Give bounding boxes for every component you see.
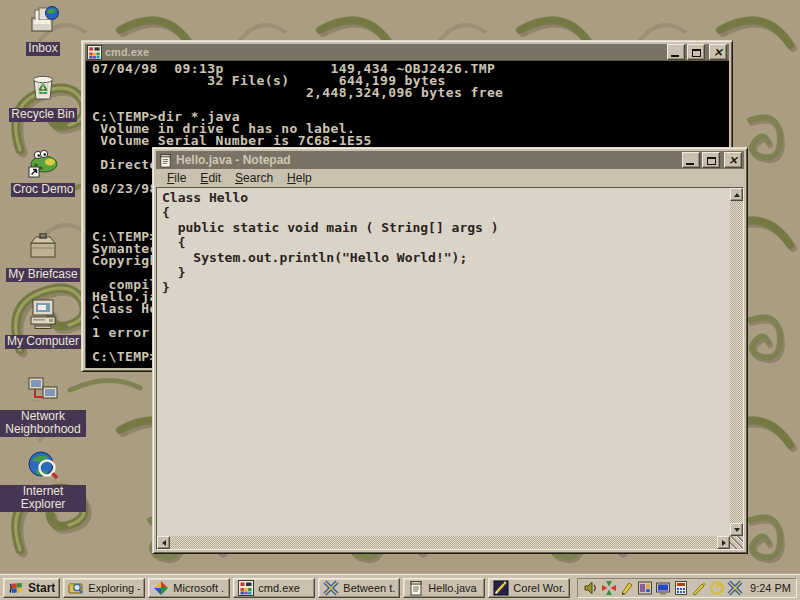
minimize-icon [686,163,694,165]
internet-explorer-icon [0,449,86,483]
notepad-client-area: Class Hello{ public static void main ( S… [156,187,744,550]
close-icon: × [710,46,726,59]
taskbar-button-label: Between t... [343,582,395,594]
arrow-right-icon [722,540,726,546]
croc-demo-icon [0,145,86,179]
msdos-icon [87,45,102,60]
scroll-right-button[interactable] [717,536,730,549]
windows-flag-icon [8,580,24,596]
editor-line: } [162,265,730,280]
editor-line: { [162,205,730,220]
x-blue-yellow-icon [323,580,339,596]
editor-line: public static void main ( String[] args … [162,220,730,235]
resize-grip[interactable] [730,536,743,549]
system-tray: 9:24 PM [577,578,797,598]
maximize-icon [707,157,716,165]
scroll-left-button[interactable] [157,536,170,549]
menu-file[interactable]: File [160,170,193,186]
cmd-maximize-button[interactable] [687,44,705,60]
keyboard-layout-icon[interactable] [637,580,653,596]
scroll-up-button[interactable] [730,188,743,201]
maximize-icon [692,49,701,57]
scroll-down-button[interactable] [730,523,743,536]
terminal-line: Volume Serial Number is 7C68-1E55 [92,135,729,147]
terminal-line: 2,448,324,096 bytes free [92,87,729,99]
start-button[interactable]: Start [3,578,60,598]
notepad-window-controls: × [682,152,742,168]
taskbar-button-hello-java[interactable]: Hello.java ... [403,578,485,598]
corel-icon [493,580,509,596]
taskbar-button-between-t[interactable]: Between t... [318,578,400,598]
tray-icon-strip [583,580,743,596]
notepad-close-button[interactable]: × [724,152,742,168]
notepad-icon [158,153,173,168]
editor-line: Class Hello [162,190,730,205]
desktop-icon-recycle-bin[interactable]: Recycle Bin [0,70,86,122]
editor-line: { [162,235,730,250]
desktop-icon-label: Recycle Bin [9,108,76,122]
calculator-icon[interactable] [673,580,689,596]
desktop-icon-croc-demo[interactable]: Croc Demo [0,145,86,197]
menu-search[interactable]: Search [228,170,280,186]
notepad-menubar: FileEditSearchHelp [156,169,744,187]
x-blue-yellow-icon[interactable] [727,580,743,596]
horizontal-scrollbar[interactable] [157,536,730,549]
recycle-bin-icon [0,70,86,104]
taskbar-button-label: Microsoft ... [173,582,225,594]
desktop-icon-label: My Briefcase [6,268,79,282]
close-icon: × [725,154,741,167]
desktop-icon-my-briefcase[interactable]: My Briefcase [0,230,86,282]
taskbar-button-cmd-exe[interactable]: cmd.exe [233,578,315,598]
display-settings-icon[interactable] [655,580,671,596]
taskbar-button-exploring[interactable]: Exploring -... [63,578,145,598]
menu-help[interactable]: Help [280,170,319,186]
clock[interactable]: 9:24 PM [750,582,791,594]
notepad-edit-area[interactable]: Class Hello{ public static void main ( S… [157,188,730,536]
inbox-icon [0,4,86,38]
desktop-icon-label: Croc Demo [11,183,76,197]
my-computer-icon [0,297,86,331]
cmd-titlebar[interactable]: cmd.exe × [85,44,729,60]
desktop-icon-my-computer[interactable]: My Computer [0,297,86,349]
taskbar-button-label: Hello.java ... [428,582,480,594]
cmd-close-button[interactable]: × [709,44,727,60]
desktop-icon-label: Network Neighborhood [0,410,86,437]
start-label: Start [28,581,55,595]
pencil-icon[interactable] [619,580,635,596]
menu-edit[interactable]: Edit [193,170,228,186]
editor-line: } [162,280,730,295]
desktop: InboxRecycle BinCroc DemoMy BriefcaseMy … [0,0,800,600]
desktop-icon-label: My Computer [5,335,81,349]
notepad-window: Hello.java - Notepad × FileEditSearchHel… [152,147,748,554]
notepad-icon [408,580,424,596]
desktop-icon-inbox[interactable]: Inbox [0,4,86,56]
cmd-minimize-button[interactable] [667,44,685,60]
pen-icon[interactable] [691,580,707,596]
desktop-icon-network-neighborhood[interactable]: Network Neighborhood [0,374,86,437]
task-button-strip: Exploring -...Microsoft ...cmd.exeBetwee… [63,578,570,598]
desktop-icon-label: Inbox [26,42,59,56]
notepad-titlebar[interactable]: Hello.java - Notepad × [156,151,744,169]
arrow-up-icon [734,193,740,197]
vertical-scrollbar[interactable] [730,188,743,536]
notepad-maximize-button[interactable] [702,152,720,168]
arrow-left-icon [162,540,166,546]
msdos-icon [238,580,254,596]
editor-line: System.out.println("Hello World!"); [162,250,730,265]
taskbar-button-microsoft[interactable]: Microsoft ... [148,578,230,598]
volume-icon[interactable] [583,580,599,596]
taskbar-button-label: Exploring -... [88,582,140,594]
notepad-title: Hello.java - Notepad [176,153,679,167]
desktop-icon-internet-explorer[interactable]: Internet Explorer [0,449,86,512]
spiral-g-icon[interactable] [709,580,725,596]
office-icon [153,580,169,596]
arrow-down-icon [734,528,740,532]
cmd-window-controls: × [667,44,727,60]
taskbar-button-label: cmd.exe [258,582,300,594]
notepad-minimize-button[interactable] [682,152,700,168]
minimize-icon [671,55,679,57]
taskbar-button-corel-wor[interactable]: Corel Wor... [488,578,570,598]
inward-arrows-icon[interactable] [601,580,617,596]
cmd-title: cmd.exe [105,46,664,58]
desktop-icon-label: Internet Explorer [0,485,86,512]
